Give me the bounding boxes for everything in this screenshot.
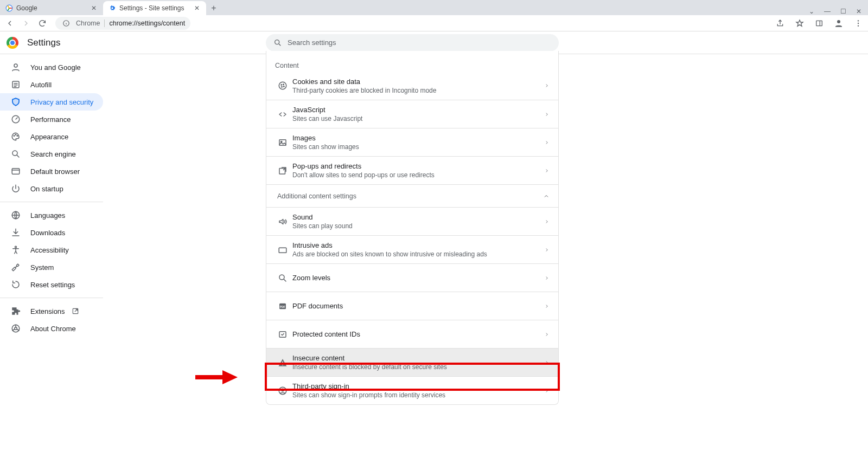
- chevron-right-icon: [544, 275, 550, 281]
- autofill-icon: [11, 80, 21, 89]
- chevron-down-icon[interactable]: ⌄: [809, 8, 814, 15]
- content-row-popups[interactable]: Pop-ups and redirectsDon't allow sites t…: [266, 156, 558, 184]
- sidebar-item-autofill[interactable]: Autofill: [0, 76, 103, 93]
- sidebar-item-accessibility[interactable]: Accessibility: [0, 241, 103, 259]
- row-subtitle: Third-party cookies are blocked in Incog…: [292, 87, 544, 94]
- share-icon[interactable]: [775, 18, 786, 29]
- svg-point-6: [858, 25, 859, 26]
- row-subtitle: Don't allow sites to send pop-ups or use…: [292, 171, 544, 179]
- row-subtitle: Ads are blocked on sites known to show i…: [292, 250, 544, 258]
- kebab-menu-icon[interactable]: [853, 18, 864, 29]
- row-title: Sound: [292, 213, 544, 221]
- sidebar-item-performance[interactable]: Performance: [0, 111, 103, 128]
- chevron-right-icon: [544, 332, 550, 337]
- chevron-right-icon: [544, 360, 550, 365]
- row-title: PDF documents: [292, 302, 544, 310]
- maximize-icon[interactable]: ☐: [840, 8, 846, 15]
- zoom-icon: [275, 273, 290, 283]
- svg-point-17: [15, 246, 17, 248]
- content-row-insecure[interactable]: Insecure contentInsecure content is bloc…: [266, 348, 558, 376]
- sidebar-item-label: Downloads: [30, 229, 65, 237]
- row-title: Intrusive ads: [292, 241, 544, 249]
- minimize-icon[interactable]: —: [824, 8, 831, 15]
- svg-rect-2: [816, 21, 822, 25]
- content-row-zoom[interactable]: Zoom levels: [266, 263, 558, 292]
- chevron-right-icon: [544, 388, 550, 394]
- chevron-right-icon: [544, 304, 550, 309]
- sound-icon: [275, 217, 290, 227]
- accessibility-icon: [11, 245, 21, 255]
- cookie-icon: [275, 81, 290, 91]
- warning-icon: [275, 358, 290, 367]
- search-settings-input[interactable]: Search settings: [266, 34, 559, 51]
- svg-point-12: [15, 134, 16, 136]
- reload-icon[interactable]: [37, 18, 48, 29]
- sidebar-item-label: Reset settings: [30, 281, 75, 289]
- search-placeholder: Search settings: [288, 38, 336, 47]
- svg-text:PDF: PDF: [280, 305, 286, 308]
- sidebar-item-label: Appearance: [30, 133, 68, 141]
- expand-label: Additional content settings: [277, 192, 543, 200]
- row-subtitle: Sites can play sound: [292, 222, 544, 230]
- row-title: Insecure content: [292, 354, 544, 362]
- content-row-protected[interactable]: Protected content IDs: [266, 320, 558, 348]
- row-title: Protected content IDs: [292, 330, 544, 338]
- sidebar-item-extensions[interactable]: Extensions: [0, 302, 103, 320]
- new-tab-button[interactable]: +: [206, 1, 221, 15]
- window-controls: ⌄ — ☐ ✕: [802, 8, 868, 15]
- sidebar-item-privacy[interactable]: Privacy and security: [0, 93, 103, 111]
- content-row-cookies[interactable]: Cookies and site dataThird-party cookies…: [266, 72, 558, 100]
- code-icon: [275, 109, 290, 119]
- content-row-ads[interactable]: Intrusive adsAds are blocked on sites kn…: [266, 235, 558, 263]
- content-row-images[interactable]: ImagesSites can show images: [266, 128, 558, 156]
- content-row-thirdparty[interactable]: Third-party sign-inSites can show sign-i…: [266, 376, 558, 404]
- site-info-icon[interactable]: [61, 18, 72, 29]
- chrome-logo-icon: [7, 37, 18, 49]
- sidebar-item-appearance[interactable]: Appearance: [0, 128, 103, 145]
- sidebar-item-startup[interactable]: On startup: [0, 180, 103, 197]
- close-window-icon[interactable]: ✕: [856, 8, 861, 15]
- settings-main: Additional permissions Content Cookies a…: [141, 54, 868, 458]
- browser-tab-google[interactable]: Google ✕: [0, 1, 103, 15]
- additional-content-settings-toggle[interactable]: Additional content settings: [266, 184, 558, 207]
- chevron-right-icon: [544, 112, 550, 117]
- content-row-js[interactable]: JavaScriptSites can use Javascript: [266, 100, 558, 128]
- content-row-sound[interactable]: SoundSites can play sound: [266, 207, 558, 235]
- close-icon[interactable]: ✕: [193, 4, 201, 12]
- close-icon[interactable]: ✕: [90, 4, 98, 12]
- sidebar-item-system[interactable]: System: [0, 259, 103, 276]
- ads-icon: [275, 245, 290, 255]
- chevron-right-icon: [544, 83, 550, 88]
- profile-avatar-icon[interactable]: [833, 18, 844, 29]
- sidebar-item-reset[interactable]: Reset settings: [0, 276, 103, 293]
- row-title: Third-party sign-in: [292, 382, 544, 390]
- sidebar-item-you[interactable]: You and Google: [0, 59, 103, 76]
- sidebar-item-about[interactable]: About Chrome: [0, 320, 103, 337]
- sidebar-item-default[interactable]: Default browser: [0, 163, 103, 180]
- content-row-pdf[interactable]: PDFPDF documents: [266, 292, 558, 320]
- svg-point-30: [279, 275, 284, 280]
- svg-point-35: [282, 389, 284, 391]
- bookmark-star-icon[interactable]: [794, 18, 805, 29]
- row-title: Zoom levels: [292, 274, 544, 282]
- settings-favicon-icon: [108, 4, 116, 12]
- google-favicon-icon: [5, 4, 13, 12]
- speed-icon: [11, 114, 21, 124]
- sidebar-item-downloads[interactable]: Downloads: [0, 224, 103, 241]
- content-settings-card: Additional permissions Content Cookies a…: [266, 51, 559, 405]
- sidebar-item-label: Default browser: [30, 167, 80, 176]
- sidebar-item-search[interactable]: Search engine: [0, 145, 103, 163]
- address-bar[interactable]: Chrome chrome://settings/content: [55, 17, 190, 30]
- nav-forward-icon[interactable]: [21, 18, 31, 29]
- external-link-icon: [72, 307, 79, 315]
- svg-point-14: [12, 151, 17, 156]
- nav-back-icon[interactable]: [4, 18, 15, 29]
- sidebar-item-label: Performance: [30, 115, 71, 124]
- section-header-content: Content: [266, 54, 558, 72]
- chevron-right-icon: [544, 219, 550, 224]
- sidebar-item-languages[interactable]: Languages: [0, 207, 103, 224]
- browser-tab-settings[interactable]: Settings - Site settings ✕: [103, 1, 206, 15]
- svg-point-8: [14, 64, 17, 67]
- row-title: Pop-ups and redirects: [292, 162, 544, 170]
- side-panel-icon[interactable]: [814, 18, 825, 29]
